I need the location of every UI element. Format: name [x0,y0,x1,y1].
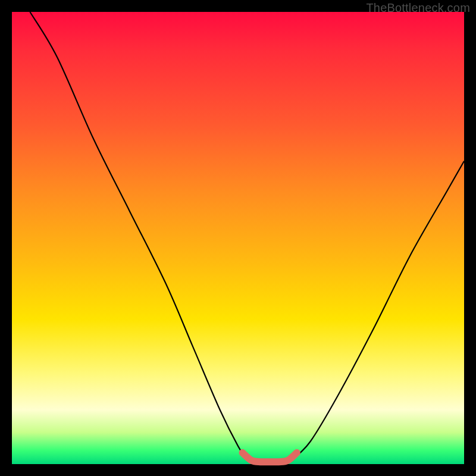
chart-svg [12,12,464,464]
curve-left [30,12,247,459]
chart-frame: TheBottleneck.com [0,0,476,476]
plot-area [12,12,464,464]
valley-red-band [243,453,297,462]
curve-right [292,161,464,460]
